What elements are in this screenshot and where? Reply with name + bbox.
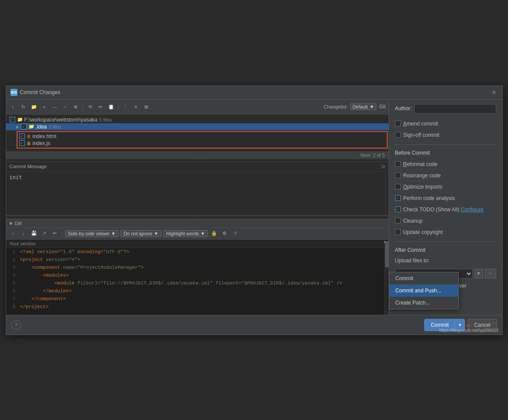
refresh-btn[interactable]: ↻ [19, 102, 28, 111]
changelist-bar: Changelist: Default ▼ Git [324, 103, 385, 110]
idea-expand-icon: ▶ [15, 125, 21, 129]
side-by-side-dropdown[interactable]: Side-by-side viewer ▼ [65, 230, 119, 237]
perform-analysis-row: Perform code analysis [395, 194, 496, 202]
perform-analysis-checkbox[interactable] [395, 195, 401, 201]
check-todo-checkbox[interactable] [395, 207, 401, 212]
changelist-value: Default [352, 104, 368, 109]
tree-root-item[interactable]: 📁 F:\workspace\webstorm\yasaka 5 files [6, 116, 389, 123]
copy-message-icon[interactable]: ⧉ [382, 164, 385, 169]
drag-handle-1[interactable]: · · · · · [6, 159, 389, 162]
commit-msg-area: init [6, 172, 389, 215]
close-button[interactable]: ✕ [490, 88, 498, 96]
app-icon: WS [10, 89, 17, 96]
optimize-imports-checkbox[interactable] [395, 184, 401, 190]
optimize-imports-label: Optimize imports [403, 184, 443, 190]
dropdown-commit-push-item[interactable]: Commit and Push... [389, 285, 458, 297]
sync-btn[interactable]: ↕ [9, 102, 17, 111]
minus-btn[interactable]: ╌ [61, 102, 70, 111]
rearrange-code-label: Rearrange code [403, 173, 441, 179]
index-js-checkbox[interactable] [19, 140, 25, 146]
add-btn[interactable]: + [40, 102, 49, 111]
dropdown-commit-item[interactable]: Commit [389, 272, 458, 285]
commit-message-input[interactable]: init [6, 172, 385, 215]
changelist-arrow-icon: ▼ [369, 104, 374, 109]
dropdown-create-patch-item[interactable]: Create Patch... [389, 297, 458, 309]
side-by-side-label: Side-by-side viewer [68, 231, 110, 236]
diff-scrollbar[interactable] [384, 240, 389, 315]
help-button[interactable]: ? [11, 320, 21, 330]
diff-line-8: 8 </project> [6, 303, 384, 311]
copy-btn[interactable]: 📋 [107, 102, 116, 111]
cleanup-checkbox[interactable] [395, 218, 401, 224]
list-btn[interactable]: ≡ [132, 102, 140, 111]
commit-dropdown-menu: Commit Commit and Push... Create Patch..… [389, 272, 459, 309]
diff-content-wrapper: Your version 1 <?xml version="1.0" encod… [6, 240, 389, 315]
root-count: 5 files [99, 117, 112, 122]
line-num-5: 5 [6, 279, 18, 287]
more-btn[interactable]: ⋮ [121, 102, 130, 111]
diff-collapse-btn[interactable]: ▼ Diff [9, 221, 22, 226]
undo-btn[interactable]: ⟲ [86, 102, 95, 111]
rearrange-code-row: Rearrange code [395, 172, 496, 180]
commit-main-label[interactable]: Commit [425, 322, 455, 328]
drag-handle-2[interactable]: · · · · · [6, 216, 389, 219]
move-btn[interactable]: ⊕ [72, 102, 80, 111]
line-num-1: 1 [6, 248, 18, 256]
diff-next-btn[interactable]: ↓ [19, 229, 28, 238]
rearrange-code-checkbox[interactable] [395, 173, 401, 178]
idea-count: 3 files [49, 124, 61, 129]
folder-btn[interactable]: 📁 [30, 102, 38, 111]
root-checkbox[interactable] [10, 117, 15, 122]
line-num-8: 8 [6, 303, 18, 311]
files-toolbar: ↕ ↻ 📁 + — ╌ ⊕ ⟲ ✏ 📋 ⋮ ≡ ⊞ Changelist: De… [6, 100, 389, 115]
author-input[interactable] [414, 104, 496, 114]
remove-btn[interactable]: — [51, 102, 59, 111]
help-diff-btn[interactable]: ? [231, 229, 239, 238]
line-num-6: 6 [6, 287, 18, 295]
diff-save-btn[interactable]: 💾 [30, 229, 38, 238]
reformat-code-checkbox[interactable] [395, 161, 401, 167]
idea-checkbox[interactable] [21, 124, 27, 129]
tree-item-index-html[interactable]: 🗎 index.html [17, 133, 387, 140]
configure-link[interactable]: Configure [461, 207, 484, 213]
diff-prev-btn[interactable]: ↑ [9, 229, 17, 238]
dialog-title: Commit Changes [20, 89, 490, 95]
root-label: F:\workspace\webstorm\yasaka [24, 117, 98, 123]
diff-open-btn[interactable]: ↗ [40, 229, 49, 238]
amend-commit-checkbox[interactable] [395, 121, 401, 126]
edit-btn[interactable]: ✏ [96, 102, 105, 111]
line-num-4: 4 [6, 271, 18, 279]
index-html-checkbox[interactable] [19, 133, 25, 139]
ignore-dropdown[interactable]: Do not ignore ▼ [120, 230, 161, 237]
upload-browse-btn[interactable]: ··· [485, 269, 496, 278]
html-file-icon: 🗎 [27, 134, 31, 139]
changelist-label: Changelist: [324, 104, 348, 109]
diff-content: Your version 1 <?xml version="1.0" encod… [6, 240, 384, 315]
diff-line-7: 7 </component> [6, 295, 384, 303]
commit-changes-dialog: WS Commit Changes ✕ ↕ ↻ 📁 + — ╌ ⊕ ⟲ ✏ 📋 … [6, 85, 503, 335]
diff-code: 1 <?xml version="1.0" encoding="UTF-8"?>… [6, 248, 384, 311]
diff-line-6: 6 </modules> [6, 287, 384, 295]
idea-folder-item[interactable]: ▶ 📁 .idea 3 files [6, 123, 389, 130]
update-copyright-checkbox[interactable] [395, 229, 401, 235]
section-divider-1 [395, 144, 496, 145]
diff-line-2: 2 <project version="4"> [6, 256, 384, 264]
diff-line-4: 4 <modules> [6, 271, 384, 279]
settings-btn[interactable]: ⚙ [220, 229, 229, 238]
grid-btn[interactable]: ⊞ [142, 102, 151, 111]
changelist-dropdown[interactable]: Default ▼ [350, 103, 376, 110]
diff-line-3: 3 <component name="ProjectModuleManager"… [6, 264, 384, 271]
cleanup-label: Cleanup [403, 218, 423, 224]
watermark: https://blog.csdn.net/yp090416 [439, 328, 498, 333]
signoff-commit-checkbox[interactable] [395, 132, 401, 138]
line-content-3: <component name="ProjectModuleManager"> [18, 264, 384, 271]
diff-section: ▼ Diff ↑ ↓ 💾 ↗ ✏ Side-by-side viewer ▼ [6, 219, 389, 315]
tree-item-index-js[interactable]: 🗎 index.js [17, 140, 387, 147]
line-content-8: </project> [18, 303, 384, 311]
lock-btn[interactable]: 🔒 [210, 229, 218, 238]
line-content-5: <module fileurl="file://$PROJECT_DIR$/.i… [18, 279, 384, 287]
diff-edit-btn[interactable]: ✏ [51, 229, 59, 238]
upload-arrow-btn[interactable]: ▼ [474, 269, 483, 278]
amend-commit-row: Amend commit [395, 120, 496, 128]
highlight-dropdown[interactable]: Highlight words ▼ [163, 230, 208, 237]
